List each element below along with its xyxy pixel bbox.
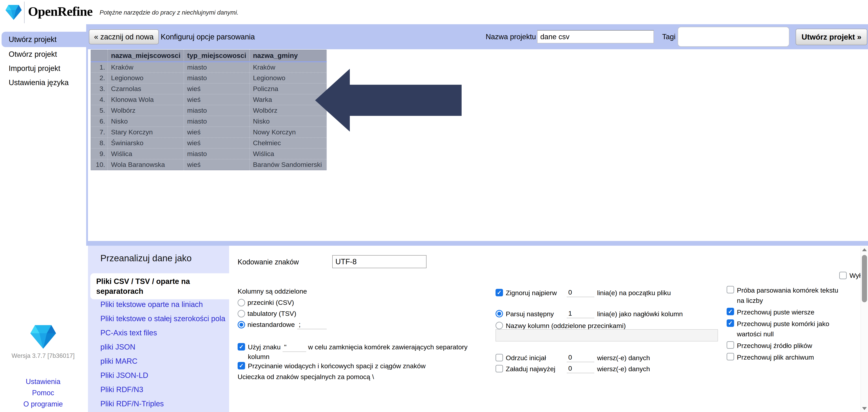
quote-suffix: w celu zamknięcia komórek zawierających … xyxy=(248,343,467,360)
separator-radio[interactable] xyxy=(238,299,245,306)
table-cell: wieś xyxy=(184,94,250,105)
ignore-first-suffix: linia(e) na początku pliku xyxy=(597,288,671,298)
format-option[interactable]: Pliki tekstowe o stałej szerokości pola xyxy=(100,311,225,326)
sidebar-item[interactable]: Utwórz projekt xyxy=(2,32,86,47)
load-at-most-suffix: wiersz(-e) danych xyxy=(597,364,650,374)
sidebar-item-label: Importuj projekt xyxy=(9,64,60,73)
store-option-checkbox[interactable] xyxy=(726,308,734,315)
sidebar-item-label: Otwórz projekt xyxy=(9,50,57,59)
format-option[interactable]: Pliki JSON-LD xyxy=(100,368,225,382)
table-cell: Świniarsko xyxy=(108,138,184,148)
panel-divider xyxy=(88,241,868,246)
store-option-checkbox[interactable] xyxy=(726,286,734,294)
column-names-input[interactable] xyxy=(496,329,718,341)
table-cell: Wiślica xyxy=(250,148,327,159)
scrollbar-up-arrow-icon[interactable] xyxy=(862,248,867,251)
table-row: 5.WolbórzmiastoWolbórz xyxy=(91,105,327,116)
format-option[interactable]: PC-Axis text files xyxy=(100,326,225,340)
footer-links: UstawieniaPomocO programie xyxy=(0,376,86,410)
scrollbar-down-arrow-icon[interactable] xyxy=(862,407,867,410)
format-option[interactable]: Pliki tekstowe oparte na liniach xyxy=(100,297,225,311)
store-option-row: Przechowuj puste komórki jako wartości n… xyxy=(726,319,861,339)
store-option-label: Próba parsowania komórek tekstu na liczb… xyxy=(737,285,846,306)
format-option[interactable]: pliki MARC xyxy=(100,354,225,368)
tags-input[interactable] xyxy=(678,27,789,47)
format-option[interactable]: Pliki RDF/N3 xyxy=(100,382,225,397)
parse-next-suffix: linia(e) jako nagłówki kolumn xyxy=(597,309,683,319)
store-option-label: Przechowuj źródło plików xyxy=(737,341,812,351)
table-cell: Wolbórz xyxy=(108,105,184,116)
footer-link[interactable]: Ustawienia xyxy=(0,376,86,387)
format-tab-selected[interactable]: Pliki CSV / TSV / oparte na separatorach xyxy=(90,273,229,299)
table-row: 8.ŚwiniarskowieśChełmiec xyxy=(91,138,327,148)
parse-next-input[interactable]: 1 xyxy=(567,309,594,318)
openrefine-diamond-logo xyxy=(30,325,56,349)
quote-option-text: Użyj znaku " w celu zamknięcia komórek z… xyxy=(248,342,483,362)
table-row: 1.KrakówmiastoKraków xyxy=(91,62,327,72)
sidebar-nav: Utwórz projektOtwórz projektImportuj pro… xyxy=(0,32,86,90)
table-cell: miasto xyxy=(184,62,250,72)
disable-auto-preview-checkbox[interactable] xyxy=(839,272,847,279)
store-option-label: Przechowuj puste wiersze xyxy=(737,307,814,317)
quote-checkbox[interactable] xyxy=(238,343,245,350)
project-name-input[interactable] xyxy=(537,30,654,43)
ignore-first-checkbox[interactable] xyxy=(496,289,503,296)
preview-area: nazwa_miejscowoscityp_miejscowoscinazwa_… xyxy=(88,49,868,241)
table-cell: Wola Baranowska xyxy=(108,159,184,170)
load-at-most-label: Załaduj najwyżej xyxy=(506,364,564,374)
table-cell: wieś xyxy=(184,127,250,138)
table-cell: Wiślica xyxy=(108,148,184,159)
table-row: 4.Klonowa WolawieśWarka xyxy=(91,94,327,105)
footer-link[interactable]: O programie xyxy=(0,399,86,410)
parsing-topbar: « zacznij od nowa Konfiguruj opcje parso… xyxy=(86,24,868,49)
row-number-cell: 6. xyxy=(91,116,108,127)
sidebar-item[interactable]: Otwórz projekt xyxy=(0,47,86,61)
format-option[interactable]: pliki JSON xyxy=(100,340,225,354)
column-names-radio[interactable] xyxy=(496,322,503,329)
discard-initial-input[interactable]: 0 xyxy=(567,353,594,362)
row-number-cell: 5. xyxy=(91,105,108,116)
load-at-most-input[interactable]: 0 xyxy=(567,364,594,373)
table-cell: Chełmiec xyxy=(250,138,327,148)
separator-option-row: niestandardowe; xyxy=(238,320,327,329)
row-number-cell: 1. xyxy=(91,62,108,72)
quote-char-input[interactable]: " xyxy=(283,343,306,352)
store-option-checkbox[interactable] xyxy=(726,319,734,327)
vertical-scrollbar xyxy=(861,246,868,412)
trim-label: Przycinanie wiodących i końcowych spacji… xyxy=(248,361,426,371)
table-header-row: nazwa_miejscowoscityp_miejscowoscinazwa_… xyxy=(91,50,327,62)
row-number-cell: 9. xyxy=(91,148,108,159)
trim-checkbox[interactable] xyxy=(238,362,245,370)
separator-radio[interactable] xyxy=(238,310,245,317)
format-option[interactable]: Pliki RDF/N-Triples xyxy=(100,397,225,411)
discard-initial-checkbox[interactable] xyxy=(496,354,503,362)
ignore-first-row: Zignoruj najpierw 0 linia(e) na początku… xyxy=(496,288,671,298)
separator-options-column: Kodowanie znaków Kolumny są oddzielone p… xyxy=(238,246,500,412)
parse-next-radio[interactable] xyxy=(496,310,503,317)
load-at-most-checkbox[interactable] xyxy=(496,365,503,372)
store-option-checkbox[interactable] xyxy=(726,353,734,360)
encoding-label: Kodowanie znaków xyxy=(238,258,299,266)
sidebar-item[interactable]: Ustawienia języka xyxy=(0,75,86,90)
store-option-row: Przechowuj puste wiersze xyxy=(726,307,861,317)
separator-option-label: niestandardowe xyxy=(247,320,295,329)
scrollbar-thumb[interactable] xyxy=(862,255,867,302)
tags-label: Tagi xyxy=(662,33,676,41)
openrefine-diamond-icon xyxy=(5,5,22,20)
table-cell: wieś xyxy=(184,138,250,148)
store-option-checkbox[interactable] xyxy=(726,341,734,349)
footer-link[interactable]: Pomoc xyxy=(0,387,86,399)
table-cell: miasto xyxy=(184,116,250,127)
sidebar-item[interactable]: Importuj projekt xyxy=(0,61,86,75)
table-cell: wieś xyxy=(184,159,250,170)
app-title: OpenRefine xyxy=(28,4,92,19)
start-over-button[interactable]: « zacznij od nowa xyxy=(89,29,159,44)
table-row: 6.NiskomiastoNisko xyxy=(91,116,327,127)
quote-prefix: Użyj znaku xyxy=(248,343,281,351)
encoding-input[interactable] xyxy=(332,255,427,268)
create-project-button[interactable]: Utwórz projekt » xyxy=(796,29,867,45)
custom-separator-input[interactable]: ; xyxy=(297,320,327,329)
ignore-first-input[interactable]: 0 xyxy=(567,288,594,297)
separator-radio[interactable] xyxy=(238,321,245,329)
separator-group-label: Kolumny są oddzielone xyxy=(238,287,307,295)
